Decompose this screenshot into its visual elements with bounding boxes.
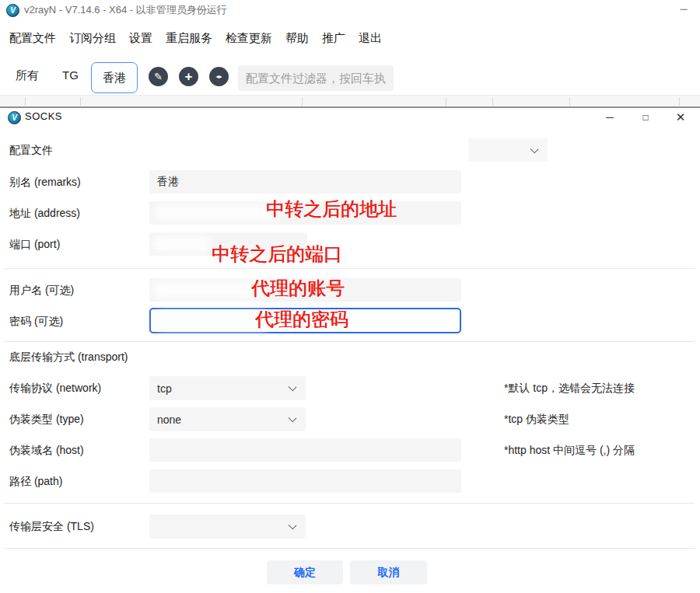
remarks-label: 别名 (remarks) xyxy=(9,176,81,190)
profile-select[interactable] xyxy=(468,138,548,162)
tab-hongkong-selected[interactable]: 香港 xyxy=(91,62,138,93)
tab-tg[interactable]: TG xyxy=(62,68,79,82)
menu-restart-service[interactable]: 重启服务 xyxy=(166,31,212,46)
annotation-password: 代理的密码 xyxy=(255,307,348,332)
app-title: v2rayN - V7.14.6 - X64 - 以非管理员身份运行 xyxy=(24,0,227,20)
pencil-icon: ✎ xyxy=(154,71,163,82)
minimize-icon[interactable]: ─ xyxy=(600,109,619,126)
annotation-address: 中转之后的地址 xyxy=(266,197,397,222)
network-select-value: tcp xyxy=(157,382,172,395)
add-group-button[interactable]: + xyxy=(179,67,198,86)
address-label: 地址 (address) xyxy=(9,207,80,221)
profile-label: 配置文件 xyxy=(9,144,53,158)
close-icon[interactable]: ✕ xyxy=(671,109,690,126)
host-note: *http host 中间逗号 (,) 分隔 xyxy=(504,444,635,458)
chevron-down-icon xyxy=(289,383,297,392)
type-note: *tcp 伪装类型 xyxy=(504,413,569,427)
redaction-blur-username xyxy=(153,281,266,298)
profile-list-header xyxy=(0,95,700,106)
maximize-icon[interactable]: □ xyxy=(636,109,655,126)
path-input[interactable] xyxy=(149,469,461,493)
network-note: *默认 tcp，选错会无法连接 xyxy=(504,382,635,396)
redaction-blur-address xyxy=(156,204,280,222)
menu-exit[interactable]: 退出 xyxy=(359,31,382,46)
network-select[interactable]: tcp xyxy=(149,376,306,400)
v2rayn-logo-icon: V xyxy=(8,111,21,124)
chevron-down-icon xyxy=(530,145,539,154)
port-label: 端口 (port) xyxy=(9,238,60,252)
menu-promotion[interactable]: 推广 xyxy=(322,31,345,46)
chevron-down-icon xyxy=(289,521,297,530)
edit-group-button[interactable]: ✎ xyxy=(149,67,168,86)
divider xyxy=(4,503,695,504)
menu-help[interactable]: 帮助 xyxy=(285,31,309,46)
tls-select[interactable] xyxy=(149,515,306,539)
chevron-down-icon xyxy=(289,414,297,423)
menu-subscription-group[interactable]: 订阅分组 xyxy=(69,31,116,46)
dialog-title: SOCKS xyxy=(25,110,62,122)
tls-label: 传输层安全 (TLS) xyxy=(9,520,94,534)
more-groups-button[interactable]: ◂▸ xyxy=(209,67,229,86)
tab-all[interactable]: 所有 xyxy=(16,68,39,83)
minimize-icon[interactable]: ─ xyxy=(675,0,692,19)
path-label: 路径 (path) xyxy=(9,475,62,489)
cancel-button[interactable]: 取消 xyxy=(350,560,427,584)
menubar: 配置文件 订阅分组 设置 重启服务 检查更新 帮助 推广 退出 xyxy=(0,26,700,50)
host-input[interactable] xyxy=(149,438,461,462)
arrows-icon: ◂▸ xyxy=(215,73,222,80)
v2rayn-app: V v2rayN - V7.14.6 - X64 - 以非管理员身份运行 ─ 配… xyxy=(0,0,700,593)
type-label: 伪装类型 (type) xyxy=(9,413,84,427)
type-select[interactable]: none xyxy=(149,407,306,431)
divider xyxy=(4,548,695,549)
redaction-blur-port xyxy=(154,235,210,253)
socks-dialog: V SOCKS ─ □ ✕ 配置文件 别名 (remarks) 地址 (addr… xyxy=(0,106,700,593)
username-label: 用户名 (可选) xyxy=(9,284,74,298)
type-select-value: none xyxy=(157,413,181,426)
redaction-blur-password xyxy=(156,312,268,330)
ok-button[interactable]: 确定 xyxy=(267,560,343,584)
menu-settings[interactable]: 设置 xyxy=(129,31,152,46)
network-label: 传输协议 (network) xyxy=(9,382,101,396)
transport-section-header: 底层传输方式 (transport) xyxy=(9,351,128,365)
annotation-username: 代理的账号 xyxy=(251,276,345,301)
main-titlebar: V v2rayN - V7.14.6 - X64 - 以非管理员身份运行 ─ xyxy=(0,0,700,20)
divider xyxy=(4,341,695,342)
profile-filter-input[interactable] xyxy=(238,65,394,91)
tab-row: 所有 TG 香港 ✎ + ◂▸ xyxy=(0,54,700,95)
remarks-input[interactable] xyxy=(149,170,461,194)
menu-profiles[interactable]: 配置文件 xyxy=(9,31,56,46)
password-label: 密码 (可选) xyxy=(9,315,63,329)
menu-check-update[interactable]: 检查更新 xyxy=(226,31,272,46)
divider xyxy=(4,268,695,269)
plus-icon: + xyxy=(185,70,193,83)
annotation-port: 中转之后的端口 xyxy=(212,242,342,267)
host-label: 伪装域名 (host) xyxy=(9,444,84,458)
v2rayn-logo-icon: V xyxy=(6,4,19,17)
